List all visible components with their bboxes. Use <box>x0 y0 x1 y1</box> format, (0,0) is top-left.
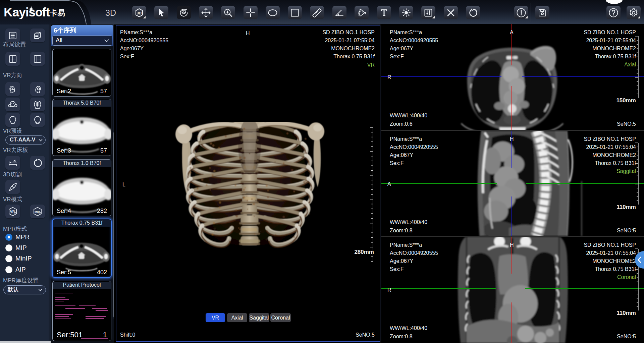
svg-text:3D: 3D <box>137 11 142 15</box>
